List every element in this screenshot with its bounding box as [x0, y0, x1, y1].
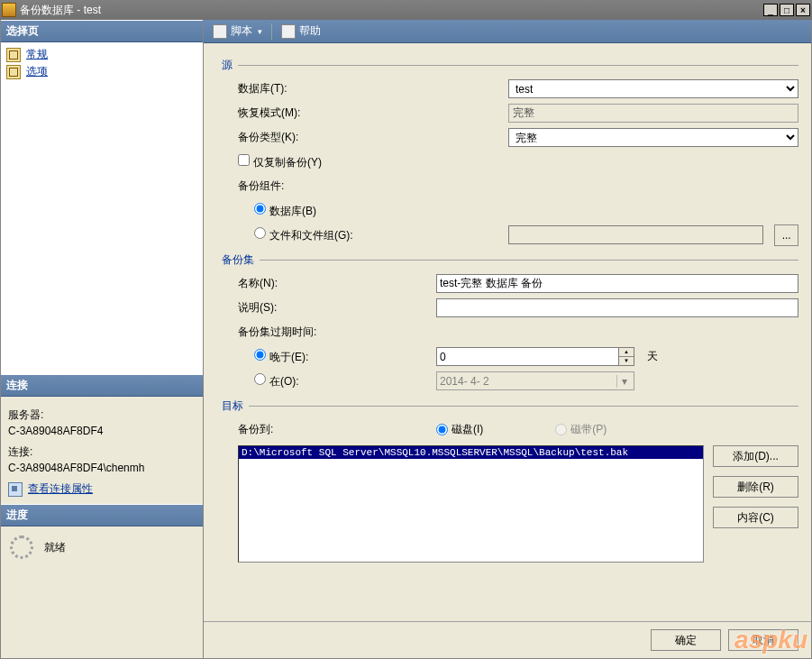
database-row: 数据库(T): test [222, 77, 798, 101]
on-date-picker: 2014- 4- 2▾ [436, 371, 634, 390]
page-list: 常规 选项 [1, 42, 203, 374]
database-select[interactable]: test [508, 79, 798, 98]
progress-header: 进度 [1, 504, 203, 526]
maximize-button[interactable]: □ [780, 4, 794, 16]
desc-label: 说明(S): [238, 300, 436, 316]
name-row: 名称(N): [222, 271, 798, 296]
backup-type-label: 备份类型(K): [238, 130, 508, 145]
contents-button[interactable]: 内容(C) [713, 507, 798, 528]
recovery-label: 恢复模式(M): [238, 105, 508, 121]
help-label: 帮助 [299, 23, 321, 39]
on-radio[interactable]: 在(O): [254, 375, 299, 388]
left-panel: 选择页 常规 选项 连接 服务器: C-3A89048AF8DF4 连接: C-… [1, 20, 204, 658]
disk-radio[interactable]: 磁盘(I) [436, 422, 483, 437]
close-button[interactable]: × [796, 4, 810, 16]
progress-spinner-icon [10, 535, 33, 559]
form-area: 源 数据库(T): test 恢复模式(M): 完整 备份类型(K): 完整 仅… [204, 43, 811, 621]
chevron-down-icon: ▾ [616, 375, 631, 388]
destination-area: D:\Microsoft SQL Server\MSSQL10.MSSQLSER… [222, 445, 798, 563]
component-fg-row: 文件和文件组(G): ... [222, 223, 798, 247]
minimize-button[interactable]: _ [763, 4, 778, 16]
component-db-radio[interactable]: 数据库(B) [254, 203, 316, 219]
connection-body: 服务器: C-3A89048AF8DF4 连接: C-3A89048AF8DF4… [1, 397, 203, 504]
right-panel: 脚本 帮助 源 数据库(T): test 恢复模式(M): 完整 备份类型(K)… [204, 20, 811, 658]
recovery-row: 恢复模式(M): 完整 [222, 101, 798, 125]
backup-type-row: 备份类型(K): 完整 [222, 125, 798, 150]
backup-to-row: 备份到: 磁盘(I) 磁带(P) [222, 417, 798, 442]
name-label: 名称(N): [238, 276, 436, 291]
view-connection-text[interactable]: 查看连接属性 [28, 481, 93, 497]
expire-after-row: 晚于(E): ▲▼ 天 [222, 344, 798, 369]
app-icon [2, 3, 16, 17]
component-db-row: 数据库(B) [222, 198, 798, 223]
script-button[interactable]: 脚本 [209, 22, 266, 41]
filegroup-input [508, 225, 763, 244]
ok-button[interactable]: 确定 [651, 629, 721, 651]
add-button[interactable]: 添加(D)... [713, 445, 798, 467]
expire-on-row: 在(O): 2014- 4- 2▾ [222, 369, 798, 393]
page-icon [6, 48, 21, 62]
component-fg-radio[interactable]: 文件和文件组(G): [254, 229, 353, 242]
target-legend: 目标 [222, 398, 798, 414]
page-link[interactable]: 选项 [26, 64, 48, 79]
connection-header: 连接 [1, 374, 203, 397]
script-label: 脚本 [231, 23, 252, 39]
toolbar-separator [271, 23, 272, 40]
connection-label: 连接: [8, 444, 196, 460]
expire-label-row: 备份集过期时间: [222, 320, 798, 344]
destination-list[interactable]: D:\Microsoft SQL Server\MSSQL10.MSSQLSER… [238, 445, 704, 563]
progress-status: 就绪 [44, 540, 66, 555]
script-icon [213, 24, 227, 39]
after-unit: 天 [647, 349, 658, 364]
toolbar: 脚本 帮助 [204, 20, 811, 43]
dialog-footer: 确定 取消 [204, 621, 811, 658]
tape-radio: 磁带(P) [555, 422, 607, 437]
help-icon [281, 24, 296, 39]
server-label: 服务器: [8, 407, 196, 423]
expire-label: 备份集过期时间: [238, 325, 316, 340]
help-button[interactable]: 帮助 [278, 22, 324, 41]
copy-only-checkbox[interactable]: 仅复制备份(Y) [238, 154, 322, 170]
spin-down-icon[interactable]: ▼ [619, 357, 634, 365]
component-label: 备份组件: [238, 178, 284, 194]
after-input[interactable] [436, 347, 619, 366]
cancel-button[interactable]: 取消 [728, 629, 798, 651]
after-spinner[interactable]: ▲▼ [436, 347, 634, 366]
component-label-row: 备份组件: [222, 174, 798, 198]
source-legend: 源 [222, 58, 798, 73]
progress-body: 就绪 [1, 526, 203, 568]
filegroup-browse-button[interactable]: ... [774, 224, 798, 246]
backup-type-select[interactable]: 完整 [508, 128, 798, 147]
database-label: 数据库(T): [238, 81, 508, 96]
window-title: 备份数据库 - test [20, 3, 763, 18]
page-icon [6, 65, 21, 79]
page-item-general[interactable]: 常规 [5, 46, 199, 63]
set-legend: 备份集 [222, 252, 798, 268]
titlebar: 备份数据库 - test _ □ × [0, 0, 812, 20]
remove-button[interactable]: 删除(R) [713, 476, 798, 498]
desc-input[interactable] [436, 298, 798, 317]
select-page-header: 选择页 [1, 20, 203, 42]
destination-item[interactable]: D:\Microsoft SQL Server\MSSQL10.MSSQLSER… [239, 446, 703, 459]
after-radio[interactable]: 晚于(E): [254, 351, 308, 363]
view-connection-link[interactable]: 查看连接属性 [8, 481, 196, 497]
spin-up-icon[interactable]: ▲ [619, 348, 634, 357]
content: 选择页 常规 选项 连接 服务器: C-3A89048AF8DF4 连接: C-… [0, 20, 812, 659]
page-link[interactable]: 常规 [26, 47, 48, 62]
copy-only-row: 仅复制备份(Y) [222, 150, 798, 174]
properties-icon [8, 482, 23, 497]
connection-value: C-3A89048AF8DF4\chenmh [8, 462, 196, 474]
desc-row: 说明(S): [222, 296, 798, 320]
server-value: C-3A89048AF8DF4 [8, 425, 196, 437]
left-spacer [1, 568, 203, 658]
backup-to-label: 备份到: [238, 422, 436, 437]
name-input[interactable] [436, 274, 798, 293]
recovery-value: 完整 [508, 104, 798, 123]
page-item-options[interactable]: 选项 [5, 63, 199, 80]
